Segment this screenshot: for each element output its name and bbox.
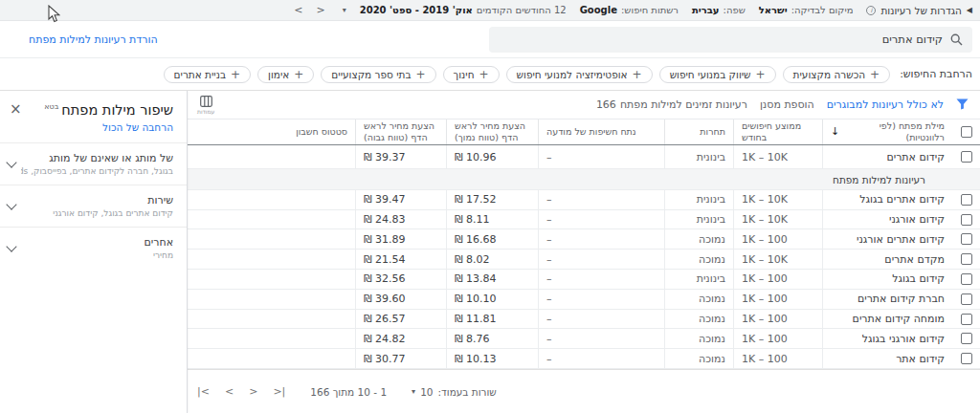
header-account-status[interactable]: סטטוס חשבון <box>188 120 356 144</box>
chip-website-building[interactable]: +בניית אתרים <box>164 66 251 83</box>
competition-cell: נמוכה <box>665 329 734 348</box>
last-page-button[interactable]: >| <box>273 385 285 398</box>
bid-low-cell: ₪ 10.96 <box>447 145 539 168</box>
keyword-cell: קידום בגוגל <box>823 272 952 285</box>
account-status-cell <box>188 250 356 269</box>
download-ideas-link[interactable]: הורדת רעיונות למילות מפתח <box>29 33 158 46</box>
rows-per-page[interactable]: שורות בעמוד: 10 ▾ <box>412 386 497 398</box>
prev-page-button[interactable]: < <box>225 385 234 398</box>
next-page-button[interactable]: > <box>249 385 257 398</box>
keyword-cell: חברת קידום אתרים <box>823 293 952 305</box>
volume-cell: 1K – 100 <box>734 349 823 368</box>
bid-low-cell: ₪ 13.84 <box>447 270 539 289</box>
header-top-of-page-bid-high[interactable]: הצעת מחיר לראש הדף (טווח גבוה) <box>356 120 447 144</box>
impression-share-cell: – <box>539 349 665 368</box>
bid-low-cell: ₪ 11.81 <box>447 310 539 329</box>
impression-share-cell: – <box>539 229 665 249</box>
header-ad-impression-share[interactable]: נתח חשיפות של מודעה <box>539 120 665 144</box>
nav-forward-arrow[interactable]: > <box>316 4 324 16</box>
account-status-cell <box>188 290 356 309</box>
chevron-down-icon[interactable] <box>6 157 16 167</box>
first-page-button[interactable]: |< <box>197 385 210 398</box>
refine-group-others[interactable]: אחרים מחירי <box>0 227 187 269</box>
keyword-cell: קידום אורגני בגוגל <box>823 333 952 345</box>
row-checkbox[interactable] <box>961 151 972 163</box>
row-checkbox[interactable] <box>961 273 972 285</box>
filter-funnel-icon[interactable] <box>956 98 969 110</box>
row-checkbox[interactable] <box>961 314 972 325</box>
columns-icon <box>200 96 212 107</box>
account-status-cell <box>188 145 356 168</box>
expand-all-link[interactable]: הרחבה של הכול <box>0 120 187 142</box>
keyword-cell: קידום אתרים אורגני <box>823 233 952 246</box>
competition-cell: בינונית <box>665 270 734 289</box>
setting-networks[interactable]: רשתות חיפוש: Google <box>580 5 679 15</box>
keyword-cell: קידום אורגני <box>823 213 952 226</box>
header-top-of-page-bid-low[interactable]: הצעת מחיר לראש הדף (טווח נמוך) <box>447 120 539 144</box>
competition-cell: בינונית <box>665 210 734 229</box>
impression-share-cell: – <box>539 145 665 168</box>
volume-cell: 1K – 100 <box>734 270 823 289</box>
search-input[interactable]: קידום אתרים <box>489 27 972 53</box>
competition-cell: נמוכה <box>665 229 734 249</box>
date-range-caret-icon[interactable]: ▾ <box>343 6 346 14</box>
table-pagination: שורות בעמוד: 10 ▾ 1 - 10 מתוך 166 |< < >… <box>188 369 980 413</box>
impression-share-cell: – <box>539 290 665 309</box>
chip-vocational-training[interactable]: +הכשרה מקצועית <box>783 66 891 83</box>
bid-high-cell: ₪ 26.57 <box>356 310 447 329</box>
bid-high-cell: ₪ 24.83 <box>356 210 447 229</box>
columns-button[interactable]: עמודות <box>197 94 214 115</box>
select-all-checkbox[interactable] <box>961 126 972 138</box>
broaden-search-row: הרחבת החיפוש: +הכשרה מקצועית +שיווק במנו… <box>0 58 980 91</box>
chip-seo[interactable]: +אופטימיזציה למנועי חיפוש <box>506 66 653 83</box>
exclude-adult-ideas-link[interactable]: לא כולל רעיונות למבוגרים <box>827 98 944 111</box>
header-competition[interactable]: תחרות <box>665 120 734 144</box>
bid-high-cell: ₪ 21.54 <box>356 250 447 269</box>
chip-search-engine-marketing[interactable]: +שיווק במנועי חיפוש <box>659 66 776 83</box>
table-row: קידום אתרים אורגני 1K – 100 נמוכה – ₪ 16… <box>188 229 980 250</box>
nav-back-arrow[interactable]: < <box>294 4 302 16</box>
add-filter-button[interactable]: הוספת מסנן <box>760 98 814 111</box>
rows-per-page-caret-icon: ▾ <box>412 387 415 396</box>
bid-low-cell: ₪ 8.02 <box>447 250 539 269</box>
table-row: מומחה קידום אתרים 1K – 100 נמוכה – ₪ 11.… <box>188 310 980 330</box>
row-checkbox[interactable] <box>961 293 972 305</box>
competition-cell: נמוכה <box>665 250 734 269</box>
impression-share-cell: – <box>539 190 665 209</box>
bid-high-cell: ₪ 39.47 <box>356 190 447 209</box>
chevron-down-icon[interactable] <box>6 241 16 251</box>
row-checkbox[interactable] <box>961 333 972 344</box>
bid-high-cell: ₪ 24.82 <box>356 329 447 348</box>
chip-education[interactable]: +חינוך <box>443 66 500 83</box>
header-keyword[interactable]: מילת מפתח (לפי רלוונטיות)↓ <box>823 120 952 143</box>
plus-icon: + <box>479 69 489 80</box>
broaden-search-label: הרחבת החיפוש: <box>900 68 972 80</box>
account-status-cell <box>188 190 356 209</box>
row-checkbox[interactable] <box>961 233 972 245</box>
volume-cell: 1K – 100 <box>734 329 823 348</box>
row-checkbox[interactable] <box>961 353 972 364</box>
row-checkbox[interactable] <box>961 253 972 265</box>
chip-vocational-schools[interactable]: +בתי ספר מקצועיים <box>321 66 435 83</box>
refine-group-service[interactable]: שירות קידום אתרים בגוגל, קידום אורגני <box>0 185 187 227</box>
table-row: קידום אתרים בגוגל 1K – 10K בינונית – ₪ 1… <box>188 190 980 210</box>
account-status-cell <box>188 270 356 289</box>
row-checkbox[interactable] <box>961 214 972 226</box>
ideas-count: רעיונות זמינים למילות מפתח 166 <box>596 98 747 111</box>
setting-language[interactable]: שפה: עברית <box>692 5 746 15</box>
setting-date-range[interactable]: 12 החודשים הקודמים אוק' 2019 - ספט' 2020 <box>360 5 567 15</box>
collapse-panel-icon[interactable]: ◀ <box>967 7 972 14</box>
setting-location[interactable]: מיקום לבדיקה: ישראל <box>759 5 854 15</box>
chip-coaching[interactable]: +אימון <box>257 66 314 83</box>
bid-low-cell: ₪ 17.52 <box>447 190 539 209</box>
refine-group-brand[interactable]: של מותג או שאינם של מותג בגוגל, חברה לקי… <box>0 142 187 185</box>
row-checkbox[interactable] <box>961 194 972 206</box>
header-avg-monthly-searches[interactable]: ממוצע חיפושים בחודש <box>734 120 823 144</box>
close-icon[interactable]: × <box>10 102 22 117</box>
volume-cell: 1K – 100 <box>734 229 823 249</box>
chevron-down-icon[interactable] <box>6 199 16 209</box>
bid-low-cell: ₪ 16.68 <box>447 229 539 249</box>
info-icon[interactable]: i <box>866 6 876 15</box>
ideas-settings-title: הגדרות של רעיונות <box>880 5 961 16</box>
impression-share-cell: – <box>539 210 665 229</box>
